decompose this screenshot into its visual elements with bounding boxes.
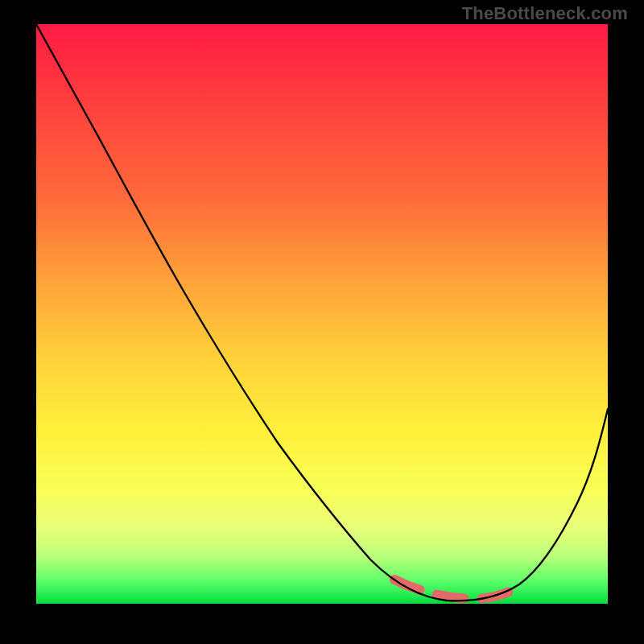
bottleneck-curve <box>36 24 608 601</box>
chart-container: TheBottleneck.com <box>0 0 644 644</box>
watermark-text: TheBottleneck.com <box>462 3 628 24</box>
optimal-range-highlight <box>394 580 521 599</box>
curve-svg <box>36 24 608 604</box>
plot-area <box>36 24 608 604</box>
